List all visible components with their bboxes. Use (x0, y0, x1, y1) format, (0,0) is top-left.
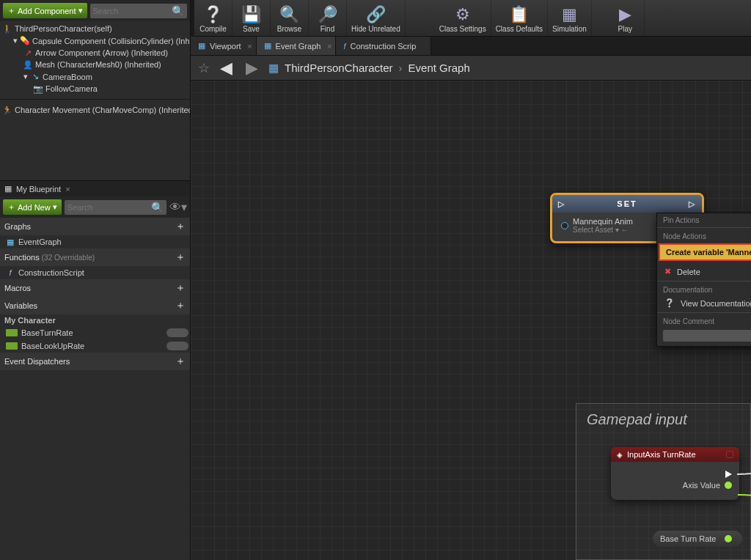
my-blueprint-tab[interactable]: ▦My Blueprint× (0, 180, 190, 196)
expand-icon[interactable]: ▾ (23, 72, 28, 81)
eventgraph-item[interactable]: ▦EventGraph (0, 235, 190, 248)
movement-icon: 🏃 (3, 106, 12, 114)
component-tree: 🚶ThirdPersonCharacter(self) ▾💊Capsule Co… (0, 21, 190, 117)
tree-mesh[interactable]: 👤Mesh (CharacterMesh0) (Inherited) (0, 59, 190, 70)
set-pin-label: Mannequin Anim (573, 217, 633, 226)
exec-out-pin[interactable]: ▷ (689, 199, 696, 209)
variable-baseturnrate[interactable]: BaseTurnRate (0, 326, 190, 339)
pawn-icon: 🚶 (3, 24, 12, 33)
nav-back-button[interactable]: ◀ (217, 59, 235, 78)
camera-icon: 📷 (34, 84, 43, 93)
input-pin[interactable] (561, 222, 568, 229)
node-toggle[interactable] (726, 451, 733, 458)
tree-capsule[interactable]: ▾💊Capsule Component (CollisionCylinder) … (0, 34, 190, 47)
class-settings-button[interactable]: ⚙Class Settings (435, 1, 491, 36)
crumb-root[interactable]: ThirdPersonCharacter (285, 62, 393, 74)
add-new-button[interactable]: ＋Add New▾ (3, 199, 62, 215)
save-button[interactable]: 💾Save (232, 1, 271, 36)
variables-section[interactable]: Variables＋ (0, 297, 190, 314)
axis-value-label: Axis Value (683, 481, 720, 490)
viewport-icon: ▦ (198, 41, 205, 51)
variable-baselookuprate[interactable]: BaseLookUpRate (0, 339, 190, 353)
arrow-icon: ↗ (23, 48, 32, 57)
output-pin[interactable] (725, 535, 732, 542)
add-macro-button[interactable]: ＋ (175, 281, 186, 295)
crumb-current[interactable]: Event Graph (409, 62, 470, 74)
exec-in-pin[interactable]: ▷ (558, 199, 565, 209)
blueprint-search-input[interactable] (67, 203, 151, 212)
variable-visibility-toggle[interactable] (166, 342, 188, 350)
add-dispatcher-button[interactable]: ＋ (175, 355, 186, 368)
breadcrumb: ▦ ThirdPersonCharacter › Event Graph (268, 62, 470, 75)
compile-button[interactable]: ❔Compile (194, 1, 232, 36)
functions-section[interactable]: Functions (32 Overridable)＋ (0, 248, 190, 266)
tree-charmove[interactable]: 🏃Character Movement (CharMoveComp) (Inhe… (0, 104, 190, 116)
ctx-heading: Pin Actions (657, 213, 751, 226)
tab-viewport[interactable]: ▦Viewport× (191, 37, 257, 55)
comment-title[interactable]: Gamepad input (576, 404, 750, 443)
exec-out-pin[interactable] (725, 471, 732, 478)
baseturnrate-getter[interactable]: Base Turn Rate (653, 531, 742, 547)
search-icon: 🔍 (151, 202, 164, 213)
float-icon (6, 342, 18, 350)
tab-construction[interactable]: fConstruction Scrip (336, 37, 431, 55)
add-component-button[interactable]: ＋Add Component▾ (3, 3, 87, 18)
node-comment-input[interactable] (663, 330, 751, 342)
expand-icon[interactable]: ▾ (13, 36, 18, 45)
blueprint-search[interactable]: 🔍 (65, 200, 166, 215)
graph-icon: ▦ (264, 41, 271, 51)
inputaxis-node[interactable]: ◈InputAxis TurnRate Axis Value (611, 447, 739, 500)
nav-forward-button[interactable]: ▶ (243, 59, 261, 78)
set-node-title: SET (617, 199, 637, 208)
component-search[interactable]: 🔍 (90, 4, 188, 18)
variable-visibility-toggle[interactable] (166, 328, 188, 337)
graph-icon: ▦ (268, 62, 279, 75)
graph-editor: ▦Viewport× ▦Event Graph× fConstruction S… (191, 37, 751, 560)
search-icon: 🔍 (172, 5, 184, 17)
graphs-section[interactable]: Graphs＋ (0, 218, 190, 235)
help-icon: ❔ (664, 298, 675, 308)
event-icon: ◈ (617, 451, 623, 459)
eventdispatchers-section[interactable]: Event Dispatchers＋ (0, 353, 190, 370)
getter-label: Base Turn Rate (660, 534, 716, 543)
delete-icon: ✖ (664, 267, 671, 276)
class-defaults-button[interactable]: 📋Class Defaults (491, 1, 548, 36)
play-button[interactable]: ▶Play (607, 1, 645, 36)
browse-button[interactable]: 🔍Browse (271, 1, 309, 36)
output-pin[interactable] (725, 482, 732, 489)
add-variable-button[interactable]: ＋ (175, 299, 186, 312)
float-icon (6, 329, 18, 336)
macros-section[interactable]: Macros＋ (0, 279, 190, 297)
variable-category[interactable]: My Character (0, 314, 190, 326)
close-icon[interactable]: × (327, 42, 331, 51)
tree-arrow[interactable]: ↗Arrow Component (Arrow) (Inherited) (0, 47, 190, 59)
tab-eventgraph[interactable]: ▦Event Graph× (257, 37, 337, 55)
tree-root[interactable]: 🚶ThirdPersonCharacter(self) (0, 23, 190, 34)
component-search-input[interactable] (93, 7, 172, 15)
view-options-button[interactable]: 👁▾ (169, 200, 187, 214)
select-asset-dropdown[interactable]: Select Asset ▾ (573, 226, 619, 234)
simulation-button[interactable]: ▦Simulation (548, 1, 592, 36)
springarm-icon: ↘ (31, 73, 40, 81)
find-button[interactable]: 🔎Find (309, 1, 347, 36)
tree-followcamera[interactable]: 📷FollowCamera (0, 83, 190, 95)
editor-tabs: ▦Viewport× ▦Event Graph× fConstruction S… (191, 37, 751, 56)
favorite-button[interactable]: ☆ (198, 60, 210, 76)
ctx-heading: Documentation (657, 283, 751, 295)
ctx-view-docs[interactable]: ❔View Documentation (657, 295, 751, 311)
ctx-delete[interactable]: ✖DeleteDelete (657, 264, 751, 279)
ctx-heading: Node Comment (657, 314, 751, 327)
graph-navbar: ☆ ◀ ▶ ▦ ThirdPersonCharacter › Event Gra… (191, 56, 751, 81)
hide-unrelated-button[interactable]: 🔗Hide Unrelated (347, 1, 406, 36)
close-icon[interactable]: × (247, 42, 252, 51)
graph-canvas[interactable]: ▷SET▷ Mannequin Anim Select Asset ▾ ← Pi… (191, 81, 751, 560)
mesh-icon: 👤 (23, 60, 32, 69)
add-graph-button[interactable]: ＋ (175, 220, 186, 233)
context-menu: Pin Actions Node Actions Create variable… (656, 213, 751, 347)
close-icon[interactable]: × (65, 185, 70, 194)
browse-asset-icon[interactable]: ← (621, 226, 629, 234)
tree-cameraboom[interactable]: ▾↘CameraBoom (0, 70, 190, 83)
constructionscript-item[interactable]: fConstructionScript (0, 266, 190, 279)
ctx-create-variable[interactable]: Create variable 'MannequinAnim' (659, 243, 751, 261)
add-function-button[interactable]: ＋ (175, 251, 186, 264)
